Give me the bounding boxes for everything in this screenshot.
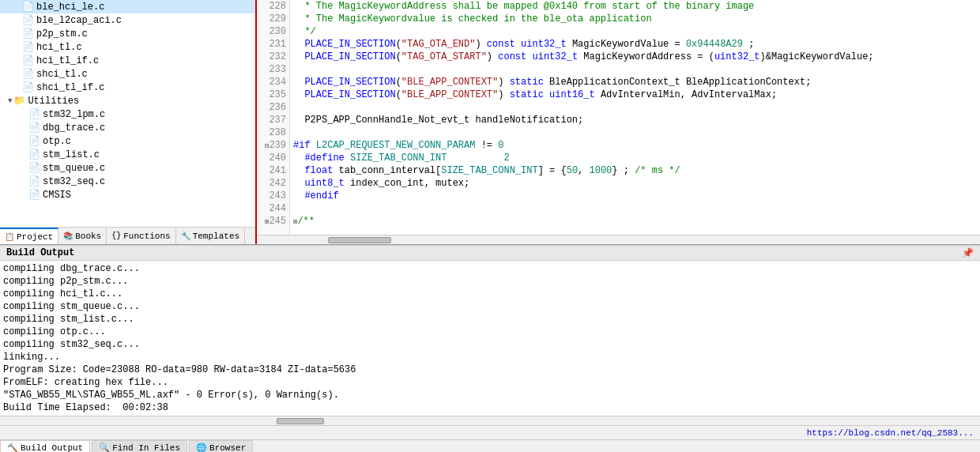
- build-output-header: Build Output 📌: [0, 245, 980, 261]
- build-line: compiling stm_queue.c...: [3, 300, 977, 313]
- tree-item-ble_l2cap_aci[interactable]: 📄ble_l2cap_aci.c: [0, 13, 255, 27]
- line-number-240: 240: [260, 152, 286, 164]
- browser-bottom-label: Browser: [209, 443, 246, 453]
- tree-item-shci_tl_if[interactable]: 📄shci_tl_if.c: [0, 81, 255, 94]
- fold-btn-245[interactable]: ⊞: [265, 218, 269, 226]
- tree-item-label: CMSIS: [43, 190, 71, 201]
- code-line-228: * The MagicKeywordAddress shall be mappe…: [293, 0, 980, 13]
- line-number-237: 237: [260, 114, 286, 126]
- build-output-bottom-label: Build Output: [21, 443, 83, 453]
- tree-item-label: p2p_stm.c: [36, 28, 88, 40]
- tree-item-label: ble_l2cap_aci.c: [36, 15, 122, 26]
- tree-item-stm32_lpm[interactable]: 📄stm32_lpm.c: [0, 107, 255, 121]
- file-icon: 📄: [22, 14, 34, 26]
- build-scrollbar-thumb[interactable]: [277, 418, 324, 424]
- pin-icon: 📌: [962, 247, 974, 259]
- code-line-244: [293, 202, 980, 215]
- code-line-238: [293, 126, 980, 139]
- tree-item-label: stm32_seq.c: [43, 176, 105, 187]
- code-line-243: #endif: [293, 190, 980, 202]
- tree-item-hci_tl_if[interactable]: 📄hci_tl_if.c: [0, 54, 255, 67]
- tree-item-label: Utilities: [28, 96, 79, 107]
- templates-tab-icon: 🔧: [181, 232, 190, 241]
- build-line: compiling hci_tl.c...: [3, 288, 977, 300]
- build-line: compiling dbg_trace.c...: [3, 262, 977, 275]
- line-number-233: 233: [260, 63, 286, 76]
- scrollbar-thumb-h[interactable]: [328, 237, 391, 243]
- file-icon: 📄: [28, 175, 40, 187]
- functions-tab-label: Functions: [123, 232, 170, 241]
- file-icon: 📄: [28, 162, 40, 174]
- tree-item-utilities_folder[interactable]: ▼📁Utilities: [0, 94, 255, 107]
- code-editor: 228229230231232233234235236237238⊟239240…: [257, 0, 980, 244]
- sidebar-tree[interactable]: 📄ble_hci_le.c📄ble_l2cap_aci.c📄p2p_stm.c📄…: [0, 0, 255, 227]
- tree-item-hci_tl[interactable]: 📄hci_tl.c: [0, 40, 255, 54]
- tree-item-cmsis[interactable]: 📄CMSIS: [0, 188, 255, 202]
- line-number-235: 235: [260, 89, 286, 101]
- functions-tab-icon: {}: [111, 232, 121, 240]
- line-number-241: 241: [260, 164, 286, 177]
- build-scrollbar-h[interactable]: [0, 416, 980, 425]
- folder-icon: 📁: [13, 95, 25, 107]
- tree-item-p2p_stm[interactable]: 📄p2p_stm.c: [0, 27, 255, 40]
- line-number-242: 242: [260, 177, 286, 190]
- editor-scrollbar-h[interactable]: [257, 235, 980, 244]
- sidebar-tabs: 📋Project📚Books{}Functions🔧Templates: [0, 227, 255, 244]
- bottom-tab-build-output[interactable]: 🔨Build Output: [0, 440, 90, 452]
- line-number-245: ⊞245: [260, 215, 286, 228]
- fold-btn-239[interactable]: ⊟: [265, 142, 269, 150]
- tree-item-otp[interactable]: 📄otp.c: [0, 134, 255, 148]
- tree-item-label: shci_tl_if.c: [36, 82, 104, 93]
- build-line: FromELF: creating hex file...: [3, 376, 977, 389]
- file-icon: 📄: [22, 68, 34, 80]
- comment-text: * The MagicKeywordvalue is checked in th…: [293, 13, 652, 24]
- bottom-tab-browser[interactable]: 🌐Browser: [189, 440, 253, 452]
- line-number-238: 238: [260, 126, 286, 139]
- file-icon: 📄: [22, 1, 34, 13]
- line-number-230: 230: [260, 25, 286, 38]
- sidebar-tab-books[interactable]: 📚Books: [58, 228, 107, 244]
- code-line-239: #if L2CAP_REQUEST_NEW_CONN_PARAM != 0: [293, 139, 980, 152]
- templates-tab-label: Templates: [193, 232, 239, 241]
- tree-item-label: otp.c: [43, 136, 71, 147]
- build-output-bottom-icon: 🔨: [7, 443, 18, 452]
- tree-item-dbg_trace[interactable]: 📄dbg_trace.c: [0, 121, 255, 134]
- code-line-233: [293, 63, 980, 76]
- sidebar-tab-project[interactable]: 📋Project: [0, 228, 58, 244]
- line-number-243: 243: [260, 190, 286, 202]
- code-line-240: #define SIZE_TAB_CONN_INT 2: [293, 152, 980, 164]
- tree-item-label: shci_tl.c: [36, 69, 88, 80]
- build-line: compiling otp.c...: [3, 326, 977, 338]
- code-line-245: ⊞/**: [293, 215, 980, 228]
- bottom-tabs: 🔨Build Output🔍Find In Files🌐Browser: [0, 439, 980, 452]
- tree-item-stm_list[interactable]: 📄stm_list.c: [0, 148, 255, 161]
- build-output-content[interactable]: compiling dbg_trace.c...compiling p2p_st…: [0, 261, 980, 416]
- sidebar-tab-functions[interactable]: {}Functions: [107, 228, 175, 244]
- bottom-tab-find-in-files[interactable]: 🔍Find In Files: [92, 440, 187, 452]
- build-line: "STAG_WB55_ML\STAG_WB55_ML.axf" - 0 Erro…: [3, 389, 977, 401]
- tree-item-label: hci_tl_if.c: [36, 55, 99, 66]
- status-url: https://blog.csdn.net/qq_2583...: [807, 428, 974, 438]
- file-icon: 📄: [22, 41, 34, 53]
- sidebar: 📄ble_hci_le.c📄ble_l2cap_aci.c📄p2p_stm.c📄…: [0, 0, 257, 244]
- tree-item-ble_hci_le[interactable]: 📄ble_hci_le.c: [0, 0, 255, 13]
- find-in-files-bottom-icon: 🔍: [99, 443, 110, 452]
- browser-bottom-icon: 🌐: [196, 443, 207, 452]
- expand-icon[interactable]: ▼: [8, 97, 12, 105]
- code-lines[interactable]: * The MagicKeywordAddress shall be mappe…: [290, 0, 980, 235]
- tree-item-label: stm_list.c: [43, 149, 100, 160]
- line-number-231: 231: [260, 38, 286, 51]
- tree-item-stm_queue[interactable]: 📄stm_queue.c: [0, 161, 255, 175]
- top-area: 📄ble_hci_le.c📄ble_l2cap_aci.c📄p2p_stm.c📄…: [0, 0, 980, 245]
- sidebar-tab-templates[interactable]: 🔧Templates: [176, 228, 245, 244]
- file-icon: 📄: [22, 28, 34, 40]
- code-line-235: PLACE_IN_SECTION("BLE_APP_CONTEXT") stat…: [293, 89, 980, 101]
- file-icon: 📄: [28, 108, 40, 120]
- tree-item-shci_tl[interactable]: 📄shci_tl.c: [0, 67, 255, 81]
- tree-item-stm32_seq[interactable]: 📄stm32_seq.c: [0, 175, 255, 188]
- find-in-files-bottom-label: Find In Files: [112, 443, 180, 453]
- file-icon: 📄: [22, 81, 34, 93]
- code-line-234: PLACE_IN_SECTION("BLE_APP_CONTEXT") stat…: [293, 76, 980, 89]
- line-number-232: 232: [260, 51, 286, 63]
- build-output-container: Build Output 📌 compiling dbg_trace.c...c…: [0, 245, 980, 439]
